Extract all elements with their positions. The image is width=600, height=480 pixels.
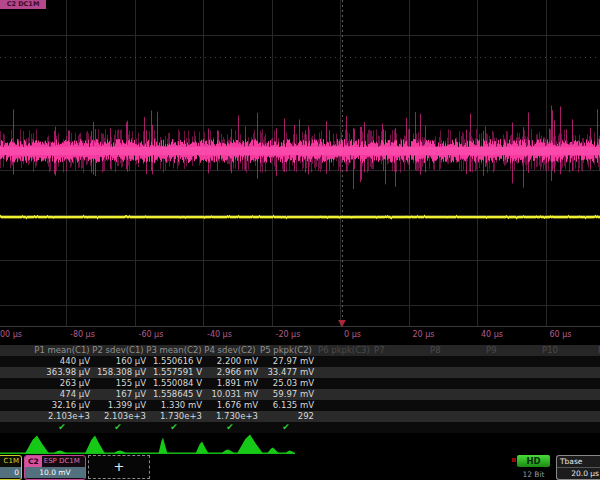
measurement-status-check: ✔: [258, 422, 314, 433]
measurement-column-header-unused[interactable]: P6 pkpk(C3): [314, 345, 374, 356]
measurement-cell: 363.98 µV: [34, 367, 95, 378]
measurement-cell: 33.477 mV: [258, 367, 319, 378]
channel-c2-descriptor[interactable]: C2 ESP DC1M 10.0 mV: [24, 455, 86, 480]
measurement-status-check: ✔: [34, 422, 90, 433]
timebase-axis-labels: 00 µs-80 µs-60 µs-40 µs-20 µs0 µs20 µs40…: [0, 329, 600, 343]
table-row: 474 µV167 µV1.558645 V10.031 mV59.97 mV: [0, 389, 600, 400]
measurement-column-header-unused[interactable]: P10: [538, 345, 598, 356]
timebase-label-5: 0 µs: [344, 330, 361, 339]
measurement-cell: 1.891 mV: [202, 378, 263, 389]
c1-scale-label: 0 mV: [0, 467, 21, 478]
measurement-cell: 2.200 mV: [202, 356, 263, 367]
measurement-cell: 2.103e+3: [34, 411, 95, 422]
measurement-cell: 2.966 mV: [202, 367, 263, 378]
add-trace-button[interactable]: +: [88, 455, 150, 479]
waveform-grid[interactable]: [0, 0, 600, 328]
hd-mode-badge[interactable]: HD: [517, 455, 550, 467]
c2-channel-chip: C2: [25, 456, 42, 467]
timebase-label-0: 00 µs: [0, 330, 22, 339]
measurement-column-header-unused[interactable]: P8: [426, 345, 486, 356]
measurement-cell: 10.031 mV: [202, 389, 263, 400]
measurement-table[interactable]: P1 mean(C1)P2 sdev(C1)P3 mean(C2)P4 sdev…: [0, 345, 600, 433]
table-row: P1 mean(C1)P2 sdev(C1)P3 mean(C2)P4 sdev…: [0, 345, 600, 356]
measurement-column-header[interactable]: P4 sdev(C2): [202, 345, 258, 356]
measurement-cell: 1.557591 V: [146, 367, 207, 378]
measurement-column-header-unused[interactable]: P9: [482, 345, 542, 356]
measurement-cell: 474 µV: [34, 389, 95, 400]
measurement-column-header[interactable]: P2 sdev(C1): [90, 345, 146, 356]
measurement-cell: 155 µV: [90, 378, 151, 389]
measurement-cell: 6.135 mV: [258, 400, 319, 411]
c2-scale-label: 10.0 mV: [25, 467, 85, 478]
measurement-cell: 1.550084 V: [146, 378, 207, 389]
measurement-cell: 167 µV: [90, 389, 151, 400]
hd-bit-label: 12 Bit: [517, 470, 550, 479]
timebase-label-7: 40 µs: [481, 330, 503, 339]
measurement-cell: 160 µV: [90, 356, 151, 367]
timebase-label-1: -80 µs: [70, 330, 95, 339]
status-dot: [512, 458, 516, 462]
measurement-cell: 1.730e+3: [146, 411, 207, 422]
timebase-label: Tbase: [557, 456, 600, 468]
timebase-label-6: 20 µs: [413, 330, 435, 339]
table-row: 32.16 µV1.399 µV1.330 mV1.676 mV6.135 mV: [0, 400, 600, 411]
table-row: 363.98 µV158.308 µV1.557591 V2.966 mV33.…: [0, 367, 600, 378]
measurement-column-header[interactable]: P5 pkpk(C2): [258, 345, 314, 356]
trace-annotation-badge: C2 DC1M: [0, 0, 46, 9]
measurement-cell: 1.399 µV: [90, 400, 151, 411]
measurement-status-check: ✔: [90, 422, 146, 433]
timebase-label-2: -60 µs: [139, 330, 164, 339]
c2-coupling-label: ESP DC1M: [42, 456, 80, 467]
measurement-cell: 27.97 mV: [258, 356, 319, 367]
measurement-status-check: ✔: [146, 422, 202, 433]
channel-c1-descriptor[interactable]: C1M 0 mV: [0, 455, 22, 480]
measurement-cell: 1.730e+3: [202, 411, 263, 422]
measurement-cell: 32.16 µV: [34, 400, 95, 411]
measurement-cell: 1.330 mV: [146, 400, 207, 411]
measurement-status-check: ✔: [202, 422, 258, 433]
oscilloscope-screen: C2 DC1M 00 µs-80 µs-60 µs-40 µs-20 µs0 µ…: [0, 0, 600, 480]
measurement-cell: 1.550616 V: [146, 356, 207, 367]
timebase-label-3: -40 µs: [207, 330, 232, 339]
measurement-cell: 2.103e+3: [90, 411, 151, 422]
table-row: 263 µV155 µV1.550084 V1.891 mV25.03 mV: [0, 378, 600, 389]
table-row: 440 µV160 µV1.550616 V2.200 mV27.97 mV: [0, 356, 600, 367]
measurement-column-header[interactable]: P3 mean(C2): [146, 345, 202, 356]
measurement-column-header-unused[interactable]: P7: [370, 345, 430, 356]
timebase-label-8: 60 µs: [550, 330, 572, 339]
measurement-histogram: [0, 434, 600, 455]
timebase-value: 20.0 µs: [557, 468, 600, 479]
measurement-cell: 1.558645 V: [146, 389, 207, 400]
measurement-cell: 263 µV: [34, 378, 95, 389]
measurement-cell: 59.97 mV: [258, 389, 319, 400]
table-row: ✔✔✔✔✔: [0, 422, 600, 433]
measurement-column-header-unused[interactable]: P11: [594, 345, 600, 356]
measurement-cell: 25.03 mV: [258, 378, 319, 389]
timebase-label-4: -20 µs: [276, 330, 301, 339]
bottom-toolbar: C1M 0 mV C2 ESP DC1M 10.0 mV + HD 12 Bit…: [0, 455, 600, 480]
measurement-cell: 440 µV: [34, 356, 95, 367]
c1-coupling-label: C1M: [0, 456, 21, 467]
measurement-cell: 158.308 µV: [90, 367, 151, 378]
measurement-cell: 292: [258, 411, 319, 422]
table-row: 2.103e+32.103e+31.730e+31.730e+3292: [0, 411, 600, 422]
timebase-descriptor[interactable]: Tbase 20.0 µs: [556, 455, 600, 480]
measurement-column-header[interactable]: P1 mean(C1): [34, 345, 90, 356]
measurement-cell: 1.676 mV: [202, 400, 263, 411]
